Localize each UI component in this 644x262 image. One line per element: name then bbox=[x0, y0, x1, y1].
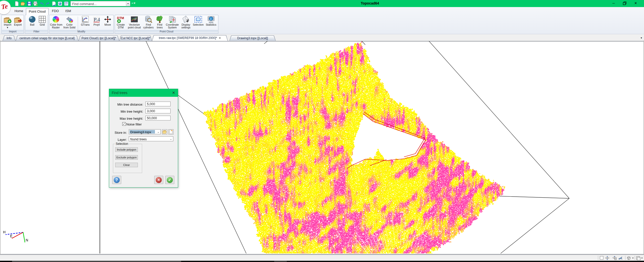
open-folder-icon[interactable] bbox=[20, 1, 26, 6]
view-settings-icon[interactable] bbox=[64, 1, 69, 6]
dialog-title-bar[interactable]: Find trees ✕ bbox=[109, 89, 178, 97]
document-tab-trees-raw[interactable]: trees raw.tpc [SWEREF99 18 00/RH 2000]* … bbox=[152, 35, 228, 41]
ribbon-group-point-cloud: DTM CreateDTM Vectorizepoint cloud Findc… bbox=[115, 15, 218, 34]
ribbon-group-label: Filter bbox=[25, 30, 48, 33]
ribbon-button-find-cylinders[interactable]: Findcylinders bbox=[143, 15, 154, 29]
browse-folder-button[interactable] bbox=[162, 129, 167, 135]
ribbon-button-import-[interactable]: Import▾ bbox=[3, 15, 12, 29]
max-tree-height-field[interactable]: 50,000 bbox=[145, 116, 171, 120]
find-command-box[interactable]: Find command... ▼ bbox=[70, 1, 130, 6]
ok-button[interactable]: ✓ bbox=[165, 176, 174, 184]
exclude-polygon-button[interactable]: Exclude polygon bbox=[115, 155, 138, 160]
qat-customize-icon[interactable]: ═▼ bbox=[132, 2, 136, 5]
coord-system-icon bbox=[168, 15, 176, 23]
min-tree-distance-field[interactable]: 5,000 bbox=[145, 102, 171, 106]
move-icon bbox=[104, 15, 112, 23]
ribbon-group-filter: Ball GridFilter bbox=[25, 15, 48, 34]
ribbon-group-label: Import bbox=[2, 30, 23, 33]
document-tab-point-cloud1[interactable]: Point Cloud1.tpc [[Local]]* bbox=[78, 35, 119, 41]
title-bar: Te Find command... ▼ ═▼ Topocad64 ─ ✕ bbox=[0, 0, 644, 7]
store-in-label: Store in: bbox=[114, 131, 127, 135]
vectorize-icon bbox=[130, 15, 138, 23]
axis-label-n: N bbox=[26, 238, 28, 242]
export-folder-icon bbox=[14, 15, 22, 23]
ribbon-button-selection[interactable]: Selection bbox=[192, 15, 205, 26]
ribbon-tab-ism[interactable]: ISM bbox=[64, 9, 72, 15]
redo-icon[interactable] bbox=[45, 1, 51, 6]
dropdown-caret-icon[interactable]: ▼ bbox=[641, 257, 643, 259]
ribbon-tab-point-cloud[interactable]: Point Cloud bbox=[26, 8, 49, 15]
tab-close-icon[interactable]: ✕ bbox=[218, 36, 221, 39]
ribbon-button-display-settings[interactable]: Displaysettings bbox=[180, 15, 192, 29]
include-polygon-button[interactable]: Include polygon bbox=[115, 147, 138, 152]
noise-filter-checkbox[interactable]: ✓ bbox=[122, 122, 126, 126]
polygon-outline bbox=[0, 41, 644, 253]
svg-text:DTM: DTM bbox=[117, 16, 124, 20]
save-icon[interactable] bbox=[27, 1, 32, 6]
axis-indicator: H E N bbox=[0, 225, 35, 250]
proj4-icon: P.4 bbox=[93, 15, 101, 23]
axis-label-e: E bbox=[10, 234, 12, 238]
ribbon-button-gtrans[interactable]: GTrans bbox=[80, 15, 91, 26]
layer-value: found trees bbox=[130, 137, 147, 141]
page-preview-icon[interactable] bbox=[51, 1, 57, 6]
ribbon-button-vectorize-point-cloud[interactable]: Vectorizepoint cloud bbox=[127, 15, 142, 29]
orbit-object-icon[interactable] bbox=[612, 256, 617, 261]
render-mode-icon[interactable] bbox=[636, 256, 640, 261]
minimize-button[interactable]: ─ bbox=[610, 1, 617, 6]
document-tab-centrum-cirkel-snapp-f-r-stor[interactable]: centrum cirkel snapp för stor.topx [[Loc… bbox=[16, 35, 78, 41]
find-cylinders-icon bbox=[144, 15, 152, 23]
ribbon-button-ball[interactable]: Ball bbox=[27, 15, 37, 26]
ribbon-button-proj4[interactable]: P.4 Proj4 bbox=[91, 15, 102, 26]
help-button[interactable]: ? bbox=[112, 176, 121, 184]
restore-button[interactable] bbox=[621, 1, 628, 6]
ribbon-button-move[interactable]: Move bbox=[102, 15, 113, 26]
find-trees-dialog: Find trees ✕ Min tree distance: 5,000 Mi… bbox=[109, 89, 178, 188]
clear-button[interactable]: Clear bbox=[115, 163, 138, 167]
window-title: Topocad64 bbox=[361, 1, 379, 5]
gtrans-icon bbox=[81, 15, 89, 23]
min-tree-height-field[interactable]: 3,000 bbox=[145, 109, 171, 113]
new-drawing-button[interactable] bbox=[168, 129, 174, 135]
ribbon-group-import: Import▾ ExportImport bbox=[2, 15, 24, 34]
find-command-dropdown[interactable]: ▼ bbox=[126, 2, 130, 6]
document-tab-drawing3[interactable]: Drawing3.topx [[Local]] bbox=[229, 35, 276, 41]
close-button[interactable]: ✕ bbox=[632, 1, 639, 6]
taskbar-strip bbox=[0, 261, 644, 262]
orbit-icon[interactable] bbox=[605, 256, 610, 261]
store-in-combo[interactable]: Drawing3.topx ⌄ bbox=[129, 129, 161, 134]
ribbon-tab-fdo[interactable]: FDO bbox=[52, 9, 59, 15]
ribbon-button-color-from-raster[interactable]: Color fromRaster bbox=[50, 15, 62, 29]
print-icon[interactable] bbox=[33, 1, 38, 6]
ribbon-button-color-from-solid[interactable]: Colorfrom Solid bbox=[62, 15, 77, 29]
create-dtm-icon: DTM bbox=[117, 15, 125, 23]
statistics-icon: i bbox=[207, 15, 215, 23]
svg-text:P.4: P.4 bbox=[94, 17, 100, 22]
ribbon-tab-home[interactable]: Home bbox=[14, 9, 24, 15]
pane-divider[interactable] bbox=[100, 41, 100, 253]
topocad-window: Te Find command... ▼ ═▼ Topocad64 ─ ✕ Ho… bbox=[0, 0, 644, 262]
ribbon-button-create-dtm[interactable]: DTM CreateDTM bbox=[115, 15, 126, 29]
ribbon-button-statistics[interactable]: i Statistics bbox=[205, 15, 218, 26]
view-cube-icon[interactable] bbox=[626, 256, 631, 261]
layer-chevron-icon[interactable]: ⌄ bbox=[170, 137, 172, 141]
ribbon-button-find-trees[interactable]: Findtrees bbox=[155, 15, 165, 29]
dialog-close-icon[interactable]: ✕ bbox=[171, 91, 176, 95]
new-document-icon[interactable] bbox=[14, 1, 19, 6]
selection-box-icon[interactable] bbox=[599, 256, 604, 261]
tab-overflow-icon[interactable]: ▼ bbox=[640, 37, 642, 39]
document-tab-cut-ncc[interactable]: Cut NCC.tpc [[Local]]* bbox=[119, 35, 152, 41]
fly-icon[interactable] bbox=[618, 256, 623, 261]
layer-combo[interactable]: found trees ⌄ bbox=[129, 136, 173, 141]
cancel-button[interactable]: ✕ bbox=[154, 176, 163, 184]
undo-icon[interactable] bbox=[39, 1, 44, 6]
document-tab-info[interactable]: Info bbox=[3, 35, 16, 41]
ribbon-button-export[interactable]: Export bbox=[13, 15, 23, 26]
ribbon-button-grid[interactable]: Grid bbox=[37, 15, 47, 26]
ribbon-button-coordinate-system[interactable]: CoordinateSystem bbox=[165, 15, 180, 29]
selection-group-label: Selection bbox=[115, 142, 129, 146]
store-in-chevron-icon[interactable]: ⌄ bbox=[157, 130, 159, 134]
dropdown-caret-icon[interactable]: ▼ bbox=[632, 257, 634, 259]
view-database-icon[interactable] bbox=[57, 1, 63, 6]
ok-icon: ✓ bbox=[167, 177, 173, 183]
